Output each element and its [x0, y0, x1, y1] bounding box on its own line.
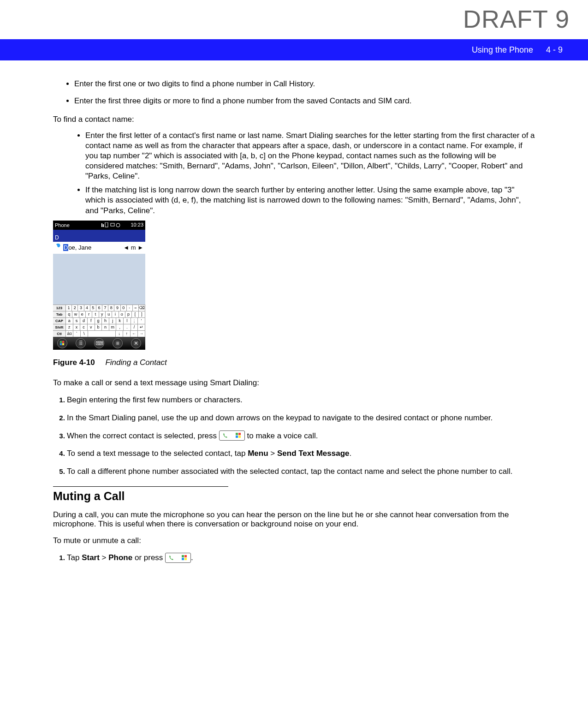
- find-name-bullet-list: Enter the first letter of a contact's fi…: [85, 131, 535, 216]
- svg-point-4: [116, 223, 120, 227]
- muting-steps: Tap Start > Phone or press .: [67, 553, 535, 563]
- contact-name: Doe, Jane: [63, 244, 91, 251]
- intro-bullet-list: Enter the first one or two digits to fin…: [74, 79, 535, 107]
- svg-rect-7: [60, 343, 62, 345]
- keypad-icon: ⠿: [76, 338, 86, 348]
- svg-rect-6: [62, 341, 64, 343]
- intro-bullet: Enter the first one or two digits to fin…: [74, 79, 535, 90]
- step: Begin entering the first few numbers or …: [67, 395, 535, 406]
- step: Tap Start > Phone or press .: [67, 553, 535, 563]
- step: To send a text message to the selected c…: [67, 448, 535, 459]
- phone-empty-area: [53, 254, 145, 305]
- svg-rect-5: [60, 341, 62, 343]
- header-chapter: Using the Phone: [472, 45, 533, 55]
- svg-rect-12: [238, 436, 241, 438]
- section-heading-muting: Muting a Call: [53, 490, 535, 503]
- svg-rect-9: [236, 433, 238, 435]
- start-icon: [57, 338, 67, 348]
- intro-bullet: Enter the first three digits or more to …: [74, 96, 535, 107]
- step: To call a different phone number associa…: [67, 466, 535, 477]
- muting-para: During a call, you can mute the micropho…: [53, 510, 535, 529]
- contact-rest: oe, Jane: [68, 244, 91, 251]
- find-name-intro: To find a contact name:: [53, 115, 535, 124]
- find-name-bullet: If the matching list is long narrow down…: [85, 185, 535, 215]
- svg-rect-0: [101, 223, 102, 227]
- phone-app-title: Phone: [55, 222, 70, 228]
- call-key-icon: [219, 430, 245, 441]
- step: When the correct contact is selected, pr…: [67, 431, 535, 442]
- section-rule: [53, 486, 228, 487]
- phone-keyboard: 1231234567890-=⌫ Tabqwertyuiop[] CAPasdf…: [53, 305, 145, 337]
- phone-search-bar: D: [53, 230, 145, 242]
- find-name-bullet: Enter the first letter of a contact's fi…: [85, 131, 535, 181]
- svg-rect-15: [182, 558, 184, 560]
- draft-watermark: DRAFT 9: [463, 5, 570, 33]
- menu-icon: ≡: [113, 338, 123, 348]
- svg-rect-11: [236, 436, 238, 438]
- phone-status-icons: 10:23: [101, 222, 143, 228]
- svg-rect-2: [105, 222, 108, 227]
- figure-caption: Figure 4-10 Finding a Contact: [53, 358, 535, 367]
- phone-result-row: Doe, Jane ◄ m ►: [53, 242, 145, 254]
- smart-dialing-intro: To make a call or send a text message us…: [53, 378, 535, 388]
- phone-search-text: D: [55, 234, 59, 241]
- phone-bottom-bar: ⠿ ⌨ ≡ ✕: [53, 337, 145, 350]
- svg-rect-3: [111, 223, 114, 226]
- svg-rect-10: [238, 433, 241, 435]
- smart-dialing-steps: Begin entering the first few numbers or …: [67, 395, 535, 478]
- figure-label: Figure 4-10: [53, 358, 95, 367]
- phone-time: 10:23: [131, 222, 143, 227]
- close-icon: ✕: [131, 338, 141, 348]
- phone-screenshot: Phone 10:23 D Doe, Jane: [53, 221, 145, 350]
- step: In the Smart Dialing panel, use the up a…: [67, 413, 535, 424]
- svg-rect-16: [184, 558, 187, 560]
- page-header: Using the Phone 4 - 9: [0, 39, 588, 60]
- svg-rect-13: [182, 555, 184, 557]
- muting-intro: To mute or unmute a call:: [53, 536, 535, 545]
- keyboard-icon: ⌨: [94, 338, 104, 348]
- contact-side: ◄ m ►: [123, 244, 143, 251]
- phone-titlebar: Phone 10:23: [53, 221, 145, 230]
- svg-rect-8: [62, 343, 64, 345]
- figure-text: Finding a Contact: [105, 358, 166, 367]
- call-key-icon: [165, 553, 191, 563]
- header-page: 4 - 9: [546, 45, 563, 55]
- contact-highlight: D: [63, 244, 68, 251]
- svg-rect-14: [184, 555, 187, 557]
- svg-rect-1: [103, 224, 104, 227]
- contact-icon: [55, 244, 61, 251]
